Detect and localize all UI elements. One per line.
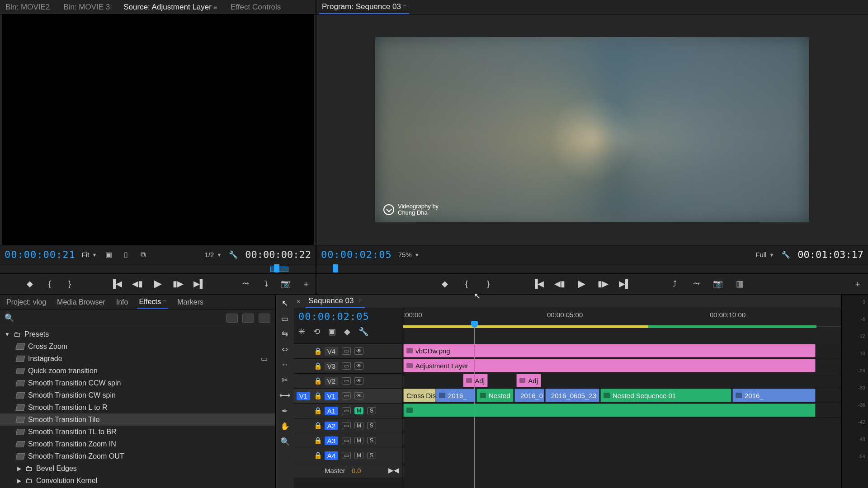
panel-menu-icon[interactable]: ≡: [403, 3, 406, 10]
mute-button[interactable]: M: [354, 437, 363, 444]
track-header-v2[interactable]: 🔒V2▭👁: [294, 373, 402, 388]
tab-project[interactable]: Project: vlog: [5, 296, 48, 308]
add-marker-button[interactable]: ▣: [328, 327, 336, 337]
clip[interactable]: [403, 404, 816, 417]
extract-button[interactable]: ⤳: [690, 278, 702, 290]
play-button[interactable]: ▶: [576, 278, 587, 290]
clip[interactable]: 2016_0: [514, 389, 544, 402]
program-monitor[interactable]: Videography byChung Dha: [316, 14, 868, 245]
disclosure-icon[interactable]: ▶: [16, 478, 22, 484]
lock-icon[interactable]: 🔒: [314, 436, 321, 445]
filter-yuv-icon[interactable]: [259, 314, 270, 323]
source-timecode[interactable]: 00:00:00:21: [5, 249, 75, 260]
out-btn-icon[interactable]: ▯: [120, 250, 131, 260]
razor-tool[interactable]: ✂: [279, 374, 291, 386]
track-header-v1[interactable]: V1🔒V1▭👁: [294, 388, 402, 403]
clip[interactable]: 2016_: [732, 389, 816, 402]
toggle-sync-icon[interactable]: 👁: [354, 392, 363, 399]
mute-button[interactable]: M: [354, 422, 363, 429]
toggle-output-icon[interactable]: ▭: [342, 452, 351, 459]
mark-out-button[interactable]: }: [65, 278, 75, 290]
insert-button[interactable]: ⤳: [241, 278, 251, 290]
pen-tool[interactable]: ✒: [279, 405, 291, 417]
track-name[interactable]: V2: [325, 377, 338, 385]
rolling-edit-tool[interactable]: ⇔: [279, 343, 291, 355]
preset-item[interactable]: Cross Zoom: [0, 340, 275, 352]
close-sequence-button[interactable]: ×: [297, 298, 300, 305]
go-out-button[interactable]: ▶▌: [619, 278, 631, 290]
lock-icon[interactable]: 🔒: [314, 362, 321, 370]
clip[interactable]: Nested: [476, 389, 514, 402]
tab-sequence[interactable]: Sequence 03≡: [306, 295, 364, 308]
lock-icon[interactable]: 🔒: [314, 377, 321, 385]
go-in-button[interactable]: ▐◀: [532, 278, 544, 290]
track-header-a1[interactable]: 🔒A1▭MS: [294, 403, 402, 418]
tab-source-adjustment[interactable]: Source: Adjustment Layer≡: [121, 1, 220, 14]
add-marker-button[interactable]: ◆: [439, 278, 451, 290]
track-name[interactable]: V1: [325, 392, 338, 400]
preset-item[interactable]: Quick zoom transition: [0, 365, 275, 377]
track-header-a4[interactable]: 🔒A4▭MS: [294, 448, 402, 463]
preset-item[interactable]: Instagrade▭: [0, 352, 275, 365]
preset-item[interactable]: Smooth Transition L to R: [0, 401, 275, 413]
tab-effects[interactable]: Effects≡: [137, 296, 168, 309]
mute-button[interactable]: M: [354, 407, 363, 414]
toggle-output-icon[interactable]: ▭: [342, 362, 351, 370]
clip[interactable]: vbCDw.png: [403, 344, 816, 357]
mark-in-button[interactable]: {: [461, 278, 472, 290]
program-quality-select[interactable]: Full▼: [755, 251, 774, 258]
settings-icon[interactable]: 🔧: [780, 250, 791, 260]
track-name[interactable]: V3: [325, 362, 338, 371]
search-icon[interactable]: 🔍: [5, 313, 14, 323]
source-res-select[interactable]: 1/2▼: [205, 251, 222, 258]
filter-accelerated-icon[interactable]: [226, 314, 238, 323]
clip[interactable]: 2016_0605_23: [545, 389, 599, 402]
clip[interactable]: Nested Sequence 01: [600, 389, 731, 402]
safe-margins-icon[interactable]: ▣: [103, 250, 114, 260]
program-ruler[interactable]: [316, 264, 868, 274]
track-name[interactable]: A4: [325, 451, 338, 460]
panel-menu-icon[interactable]: ≡: [163, 298, 166, 305]
lock-icon[interactable]: 🔒: [314, 451, 321, 460]
source-patch[interactable]: V1: [297, 392, 310, 400]
button-editor[interactable]: ＋: [301, 278, 311, 290]
panel-menu-icon[interactable]: ≡: [213, 4, 217, 11]
lift-button[interactable]: ⤴: [669, 278, 680, 290]
mark-out-button[interactable]: }: [482, 278, 494, 290]
panel-menu-icon[interactable]: ≡: [358, 297, 362, 305]
program-timecode[interactable]: 00:00:02:05: [321, 249, 392, 260]
marker-icon[interactable]: ◆: [344, 327, 350, 337]
preset-item[interactable]: Smooth Transition Tile: [0, 413, 275, 426]
solo-button[interactable]: S: [367, 437, 376, 444]
drag-video-icon[interactable]: ⧉: [137, 250, 148, 260]
source-ruler[interactable]: [0, 264, 316, 274]
disclosure-icon[interactable]: ▼: [5, 331, 10, 338]
preset-item[interactable]: Smooth Transition Zoom IN: [0, 438, 275, 450]
settings-icon[interactable]: 🔧: [359, 327, 368, 337]
preset-item[interactable]: Smooth Transition CW spin: [0, 389, 275, 401]
tab-bin-movie3[interactable]: Bin: MOVIE 3: [61, 1, 113, 14]
timeline-clips[interactable]: vbCDw.pngAdjustment LayerAdjAdjCross Dis…: [402, 343, 841, 488]
track-header-v3[interactable]: 🔒V3▭👁: [294, 358, 402, 373]
clip[interactable]: Cross Dis: [403, 389, 436, 402]
folder-bevel-edges[interactable]: ▶🗀Bevel Edges: [0, 462, 275, 474]
clip[interactable]: 2016_: [436, 389, 476, 402]
tab-bin-movie2[interactable]: Bin: MOVIE2: [3, 1, 52, 14]
folder-convolution-kernel[interactable]: ▶🗀Convolution Kernel: [0, 474, 275, 487]
toggle-sync-icon[interactable]: 👁: [354, 347, 363, 355]
zoom-tool[interactable]: 🔍: [279, 436, 291, 447]
track-header-a2[interactable]: 🔒A2▭MS: [294, 418, 402, 433]
clip[interactable]: Adj: [463, 374, 488, 387]
program-zoom-select[interactable]: 75%▼: [398, 251, 420, 258]
step-back-button[interactable]: ◀▮: [554, 278, 566, 290]
linked-selection-button[interactable]: ⟲: [313, 327, 320, 337]
rate-stretch-tool[interactable]: ↔: [279, 359, 291, 371]
preset-item[interactable]: Smooth Transition Zoom OUT: [0, 450, 275, 462]
toggle-output-icon[interactable]: ▭: [342, 407, 351, 414]
track-header-master[interactable]: Master0.0▶◀: [294, 463, 402, 478]
export-frame-button[interactable]: 📷: [712, 278, 724, 290]
ripple-edit-tool[interactable]: ⇆: [279, 328, 291, 340]
solo-button[interactable]: S: [367, 452, 376, 459]
disclosure-icon[interactable]: ▶: [16, 465, 22, 472]
solo-button[interactable]: S: [367, 407, 376, 414]
